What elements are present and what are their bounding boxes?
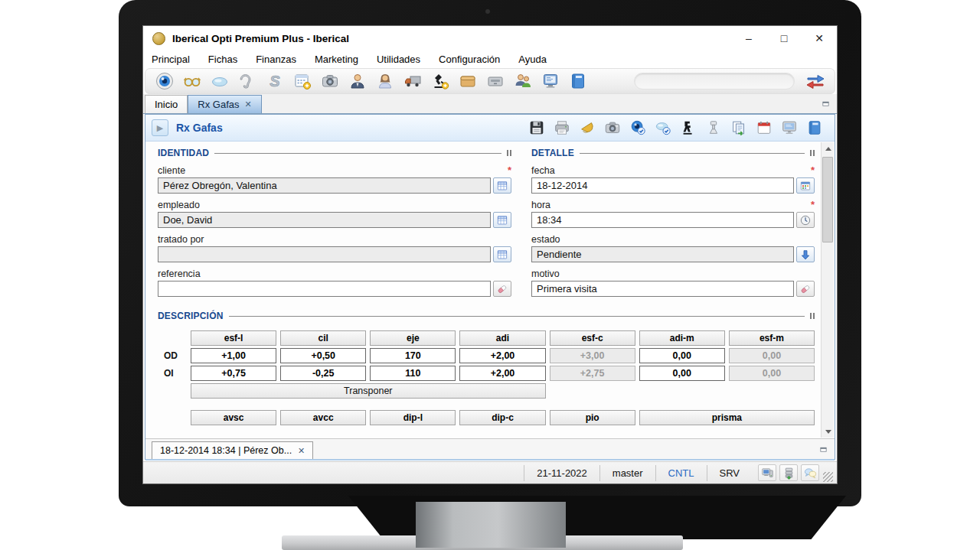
cliente-lookup-button[interactable] (493, 177, 511, 194)
record-tab[interactable]: 18-12-2014 18:34 | Pérez Ob... ✕ (152, 441, 313, 459)
motivo-input[interactable] (531, 281, 794, 297)
empleado-lookup-button[interactable] (493, 212, 511, 228)
form-header: ▶ Rx Gafas (145, 115, 835, 142)
minimize-record-tabarea-icon[interactable] (816, 443, 830, 455)
maximize-button[interactable]: □ (766, 26, 802, 50)
scroll-down-icon[interactable] (822, 425, 835, 438)
sync-arrows-icon[interactable] (802, 71, 828, 91)
menu-marketing[interactable]: Marketing (315, 54, 358, 65)
od-esf-l-cell[interactable]: +1,00 (191, 348, 276, 363)
person-man-icon[interactable] (348, 71, 368, 91)
camera-icon[interactable] (603, 119, 622, 137)
truck-icon[interactable] (403, 71, 423, 91)
tab-close-icon[interactable]: ✕ (245, 99, 252, 109)
minimize-button[interactable]: – (731, 26, 766, 50)
menu-ayuda[interactable]: Ayuda (518, 54, 547, 65)
status-cntl[interactable]: CNTL (655, 465, 707, 481)
section-detalle: DETALLE fecha * (531, 148, 815, 302)
od-eje-cell[interactable]: 170 (370, 348, 456, 363)
tratado-por-lookup-button[interactable] (493, 246, 511, 262)
tab-inicio[interactable]: Inicio (145, 95, 188, 113)
scrollbar-thumb[interactable] (822, 157, 833, 242)
notebook-icon[interactable] (805, 119, 824, 137)
referencia-clear-button[interactable] (493, 281, 511, 297)
pos-terminal-icon[interactable] (541, 71, 560, 91)
package-icon[interactable] (458, 71, 478, 91)
hearing-aid-icon[interactable] (237, 71, 257, 91)
status-srv[interactable]: SRV (707, 465, 753, 481)
menu-utilidades[interactable]: Utilidades (377, 54, 420, 65)
people-group-icon[interactable] (513, 71, 533, 91)
minimize-tabarea-icon[interactable] (818, 98, 832, 110)
book-icon[interactable] (568, 71, 588, 91)
chat-icon[interactable] (801, 464, 819, 481)
resize-grip[interactable] (823, 472, 833, 482)
menu-principal[interactable]: Principal (152, 54, 190, 65)
motivo-clear-button[interactable] (796, 281, 815, 297)
oi-adi-m-cell[interactable]: 0,00 (639, 366, 725, 381)
expand-arrow-button[interactable]: ▶ (152, 119, 168, 136)
calendar-red-icon[interactable] (755, 119, 773, 137)
od-cil-cell[interactable]: +0,50 (280, 348, 366, 363)
col-header-eje: eje (370, 330, 456, 346)
empleado-input[interactable] (158, 212, 491, 228)
tratado-por-input[interactable] (158, 246, 491, 262)
glasses-icon[interactable] (182, 71, 202, 91)
cash-drawer-icon[interactable] (485, 71, 505, 91)
hora-input[interactable] (531, 212, 794, 228)
fecha-calendar-button[interactable] (796, 177, 815, 194)
phoropter-light-icon[interactable] (704, 119, 723, 137)
quick-search-slot[interactable] (634, 73, 795, 89)
menu-configuracion[interactable]: Configuración (439, 54, 500, 65)
eye-icon[interactable] (155, 71, 175, 91)
close-button[interactable]: ✕ (802, 26, 837, 50)
server-network-icon[interactable] (779, 464, 798, 481)
estado-dropdown-button[interactable] (796, 246, 815, 262)
calendar-add-icon[interactable] (292, 71, 312, 91)
tab-rx-gafas[interactable]: Rx Gafas ✕ (188, 95, 261, 113)
section-collapse-handle[interactable] (810, 150, 815, 156)
lens-check-icon[interactable] (654, 119, 672, 137)
oi-adi-cell[interactable]: +2,00 (459, 366, 545, 381)
horn-icon[interactable] (578, 119, 596, 137)
phoropter-dark-icon[interactable] (679, 119, 697, 137)
microscope-add-icon[interactable] (430, 71, 450, 91)
monitor-icon[interactable] (780, 119, 799, 137)
titlebar: Iberical Opti Premium Plus - Iberical – … (143, 26, 837, 50)
save-icon[interactable] (528, 119, 546, 137)
estado-input[interactable] (531, 246, 794, 262)
workstation-icon[interactable] (758, 464, 776, 481)
field-tratado-por: tratado por (158, 233, 511, 262)
camera-icon[interactable] (320, 71, 340, 91)
section-collapse-handle[interactable] (507, 150, 511, 156)
scroll-up-icon[interactable] (822, 142, 835, 155)
copy-doc-icon[interactable] (730, 119, 748, 137)
transpose-button[interactable]: Transponer (191, 383, 546, 399)
print-icon[interactable] (553, 119, 571, 137)
eye-check-icon[interactable] (629, 119, 647, 137)
app-logo-icon (152, 32, 165, 45)
menu-finanzas[interactable]: Finanzas (256, 54, 296, 65)
s-badge-icon[interactable]: S (265, 71, 285, 91)
oi-eje-cell[interactable]: 110 (370, 366, 456, 381)
referencia-input[interactable] (158, 281, 491, 297)
row-label-oi: OI (159, 368, 187, 379)
oi-esf-l-cell[interactable]: +0,75 (191, 366, 276, 381)
record-tab-close-icon[interactable]: ✕ (298, 446, 305, 456)
contact-lens-icon[interactable] (210, 71, 230, 91)
od-adi-m-cell[interactable]: 0,00 (639, 348, 725, 363)
od-adi-cell[interactable]: +2,00 (459, 348, 545, 363)
col-header-esf-m: esf-m (729, 330, 815, 346)
tab-rx-gafas-label: Rx Gafas (198, 99, 239, 110)
menu-fichas[interactable]: Fichas (208, 54, 237, 65)
col-header-esf-l: esf-l (191, 330, 276, 346)
hora-clock-button[interactable] (796, 212, 815, 228)
section-collapse-handle[interactable] (810, 313, 815, 319)
col-header-cil: cil (280, 330, 366, 346)
vertical-scrollbar[interactable] (821, 142, 834, 438)
cliente-input[interactable] (158, 177, 491, 194)
fecha-input[interactable] (531, 177, 794, 194)
oi-cil-cell[interactable]: -0,25 (280, 366, 366, 381)
person-woman-icon[interactable] (375, 71, 395, 91)
app-window: Iberical Opti Premium Plus - Iberical – … (142, 25, 838, 484)
